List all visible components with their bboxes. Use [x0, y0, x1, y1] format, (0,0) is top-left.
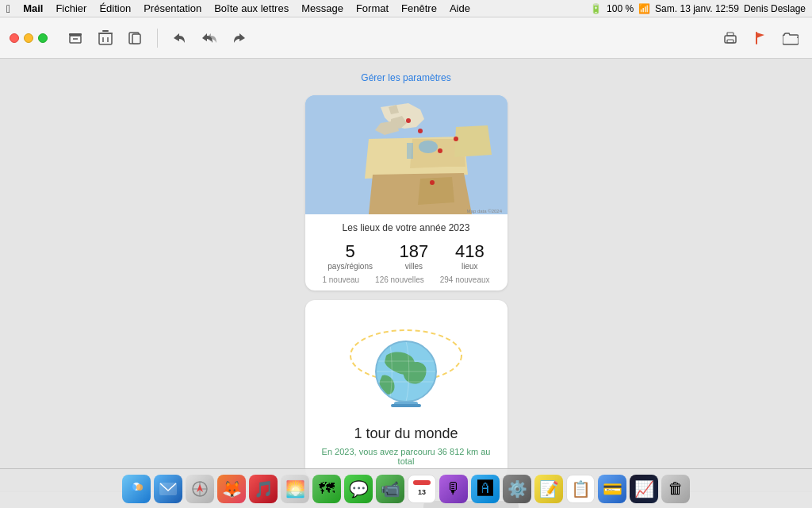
sub-stat-villes: 126 nouvelles [375, 275, 424, 284]
menu-fenetre[interactable]: Fenêtre [395, 0, 443, 17]
menu-bar-left:  Mail Fichier Édition Présentation Boît… [6, 0, 588, 17]
dock-mail[interactable] [154, 475, 182, 503]
svg-rect-3 [99, 33, 112, 44]
dock-trash[interactable]: 🗑 [661, 475, 690, 503]
delete-button[interactable] [94, 26, 117, 50]
dock-messages[interactable]: 💬 [344, 475, 373, 503]
stat-pays: 5 pays/régions [327, 241, 373, 271]
menu-format[interactable]: Format [350, 0, 395, 17]
apple-menu-icon[interactable]:  [6, 2, 10, 15]
wifi-icon: 📶 [638, 3, 650, 14]
svg-rect-11 [727, 33, 733, 36]
move-button[interactable] [124, 26, 147, 50]
stats-row: 5 pays/régions 187 villes 418 lieux [315, 241, 498, 271]
dock-music[interactable]: 🎵 [249, 475, 278, 503]
svg-point-20 [438, 148, 442, 153]
flag-button[interactable] [749, 26, 772, 50]
sub-stat-lieux: 294 nouveaux [440, 275, 490, 284]
traffic-lights [10, 33, 48, 43]
map-card: Map data ©2024 Les lieux de votre année … [305, 95, 508, 291]
reply-button[interactable] [167, 26, 191, 50]
clock: Sam. 13 janv. 12:59 [655, 3, 739, 14]
toolbar [0, 17, 812, 59]
dock-firefox[interactable]: 🦊 [217, 475, 246, 503]
menu-aide[interactable]: Aide [443, 0, 477, 17]
svg-point-17 [418, 129, 423, 133]
svg-rect-9 [132, 34, 140, 44]
menu-edition[interactable]: Édition [93, 0, 137, 17]
globe-card-inner: 1 tour du monde En 2023, vous avez parco… [305, 300, 508, 479]
toolbar-right [718, 26, 802, 50]
map-container: Map data ©2024 [305, 95, 508, 214]
svg-point-19 [430, 180, 435, 185]
dock-stocks[interactable]: 📈 [630, 475, 658, 503]
dock-safari[interactable] [186, 475, 214, 503]
minimize-button[interactable] [24, 33, 33, 43]
dock-finder[interactable] [122, 475, 151, 503]
sub-stat-pays: 1 nouveau [322, 275, 359, 284]
dock-settings[interactable]: ⚙️ [503, 475, 531, 503]
stat-lieux-number: 418 [455, 241, 485, 262]
user-name: Denis Deslage [744, 3, 806, 14]
stat-villes-number: 187 [400, 241, 429, 262]
svg-point-33 [136, 484, 143, 491]
svg-point-16 [406, 118, 411, 123]
separator [157, 29, 158, 48]
svg-rect-40 [413, 480, 431, 485]
menu-app-name[interactable]: Mail [17, 0, 49, 17]
svg-rect-15 [407, 143, 413, 159]
globe-card-subtitle: En 2023, vous avez parcouru 36 812 km au… [315, 447, 498, 466]
svg-point-18 [454, 137, 458, 141]
maximize-button[interactable] [38, 33, 48, 43]
dock-reminders[interactable]: 📋 [566, 475, 595, 503]
battery-level: 100 % [607, 3, 634, 14]
stat-lieux-label: lieux [462, 262, 478, 271]
menu-bar-right: 🔋 100 % 📶 Sam. 13 janv. 12:59 Denis Desl… [590, 3, 806, 14]
dock-wallet[interactable]: 💳 [598, 475, 626, 503]
svg-point-14 [419, 140, 438, 153]
stat-lieux: 418 lieux [455, 241, 485, 271]
globe-card: 1 tour du monde En 2023, vous avez parco… [305, 300, 508, 479]
globe-card-title: 1 tour du monde [354, 425, 458, 442]
menu-message[interactable]: Message [295, 0, 350, 17]
stat-villes-label: villes [405, 262, 423, 271]
battery-icon: 🔋 [590, 3, 602, 14]
menu-boite-aux-lettres[interactable]: Boîte aux lettres [208, 0, 295, 17]
stat-pays-label: pays/régions [327, 262, 373, 271]
dock-notes[interactable]: 📝 [534, 475, 563, 503]
stat-villes: 187 villes [400, 241, 429, 271]
menu-fichier[interactable]: Fichier [49, 0, 93, 17]
stat-pays-number: 5 [346, 241, 355, 262]
close-button[interactable] [10, 33, 19, 43]
manage-params-link[interactable]: Gérer les paramètres [361, 72, 450, 83]
print-button[interactable] [718, 26, 742, 50]
svg-text:Map data ©2024: Map data ©2024 [466, 209, 502, 214]
dock-facetime[interactable]: 📹 [376, 475, 404, 503]
menu-presentation[interactable]: Présentation [137, 0, 208, 17]
dock-appstore[interactable]: 🅰 [471, 475, 500, 503]
map-card-title: Les lieux de votre année 2023 [315, 222, 498, 233]
folder-button[interactable] [779, 26, 802, 50]
dock-calendar[interactable]: 13 [408, 475, 436, 503]
dock-podcast[interactable]: 🎙 [439, 475, 468, 503]
reply-all-button[interactable] [197, 26, 221, 50]
svg-text:13: 13 [418, 488, 426, 496]
main-scroll-area[interactable]: Gérer les paramètres [0, 59, 812, 491]
svg-rect-30 [391, 404, 421, 407]
svg-point-32 [130, 484, 136, 491]
svg-rect-12 [727, 40, 733, 43]
dock-maps[interactable]: 🗺 [312, 475, 341, 503]
sub-stats-row: 1 nouveau 126 nouvelles 294 nouveaux [315, 275, 498, 284]
dock: 🦊 🎵 🌅 🗺 💬 📹 13 🎙 🅰 ⚙️ 📝 📋 💳 📈 🗑 [0, 468, 812, 508]
manage-params-section: Gérer les paramètres [361, 65, 450, 86]
forward-button[interactable] [228, 26, 251, 50]
archive-button[interactable] [63, 26, 87, 50]
menu-bar:  Mail Fichier Édition Présentation Boît… [0, 0, 812, 17]
card-stats: Les lieux de votre année 2023 5 pays/rég… [305, 214, 508, 291]
dock-photos[interactable]: 🌅 [281, 475, 309, 503]
